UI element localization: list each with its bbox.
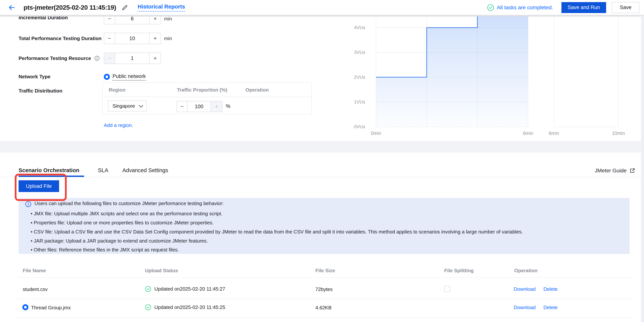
table-divider <box>15 318 633 318</box>
col-file-size: File Size <box>315 268 335 273</box>
col-upload-status: Upload Status <box>145 268 178 273</box>
task-status-text: All tasks are completed. <box>497 4 553 10</box>
page: pts-jmeter(2025-02-20 11:45:19) Historic… <box>0 0 644 322</box>
jmeter-guide-text: JMeter Guide <box>595 168 626 174</box>
y-tick-0vus: 0VUs <box>348 124 365 130</box>
y-tick-4vus: 4VUs <box>348 25 365 30</box>
file-name: student.csv <box>23 286 48 292</box>
public-network-radio[interactable] <box>104 74 110 80</box>
tabs-divider <box>0 177 641 177</box>
traffic-distribution-label: Traffic Distribution <box>18 88 62 94</box>
col-file-splitting: File Splitting <box>444 268 474 273</box>
table-divider <box>15 277 633 278</box>
back-button[interactable] <box>8 3 16 12</box>
incremental-duration-stepper: − 6 + <box>104 16 161 24</box>
region-select-value: Singapore <box>112 103 135 109</box>
incremental-duration-unit: min <box>164 16 172 21</box>
x-tick-steady-end: 10min <box>605 130 632 136</box>
upload-status-text: Updated on2025-02-20 11:45:25 <box>154 304 225 310</box>
upload-info-box: Users can upload the following files to … <box>18 198 630 254</box>
public-network-label[interactable]: Public network <box>112 73 146 81</box>
file-size: 72bytes <box>315 286 332 292</box>
incremental-duration-label: Incremental Duration <box>18 16 68 20</box>
success-check-icon <box>145 304 151 311</box>
upload-status-text: Updated on2025-02-20 11:45:27 <box>154 286 225 292</box>
success-check-icon <box>487 4 494 11</box>
y-tick-3vus: 3VUs <box>348 50 365 55</box>
tab-scenario-orchestration[interactable]: Scenario Orchestration <box>18 167 79 173</box>
pencil-icon <box>122 4 128 11</box>
col-operation: Operation <box>514 268 538 273</box>
add-region-link[interactable]: Add a region. <box>104 122 133 128</box>
proportion-value[interactable]: 100 <box>188 101 211 112</box>
table-divider <box>15 299 633 299</box>
back-arrow-icon <box>8 4 16 11</box>
edit-title-button[interactable] <box>121 4 128 11</box>
resource-value[interactable]: 1 <box>115 53 149 64</box>
file-splitting-checkbox[interactable] <box>444 286 450 292</box>
chevron-down-icon <box>139 103 144 108</box>
row-operations: Download Delete <box>514 286 564 292</box>
scenario-panel: Scenario Orchestration SLA Advanced Sett… <box>0 153 641 322</box>
operation-column-header: Operation <box>246 87 269 93</box>
info-icon[interactable] <box>94 56 100 62</box>
scrollbar[interactable] <box>641 16 644 322</box>
file-name: Thread Group.jmx <box>31 305 71 311</box>
test-config-panel: Incremental Duration − 6 + min Total Per… <box>0 16 641 141</box>
x-tick-steady-start: 6min <box>540 130 567 136</box>
download-link[interactable]: Download <box>514 305 536 310</box>
download-link[interactable]: Download <box>514 286 536 292</box>
info-bullet-properties: Properties file: Upload one or more prop… <box>31 220 214 226</box>
proportion-stepper: − 100 + <box>176 101 222 112</box>
total-duration-unit: min <box>164 35 172 41</box>
traffic-distribution-table: Region Traffic Proportion (%) Operation … <box>102 82 312 114</box>
incremental-duration-value[interactable]: 6 <box>115 16 149 24</box>
vu-area <box>376 16 528 127</box>
info-bullet-other: Other files: Reference these files in th… <box>31 247 179 253</box>
increase-button[interactable]: + <box>149 16 160 24</box>
total-duration-label: Total Performance Testing Duration <box>18 35 102 41</box>
info-bullet-csv: CSV file: Upload a CSV file and use the … <box>31 229 523 235</box>
delete-link[interactable]: Delete <box>544 305 558 310</box>
info-bullet-jar: JAR package: Upload a JAR package to ext… <box>31 238 208 244</box>
decrease-button[interactable]: − <box>177 101 188 112</box>
page-title: pts-jmeter(2025-02-20 11:45:19) <box>24 4 116 11</box>
success-check-icon <box>145 286 151 292</box>
tab-sla[interactable]: SLA <box>98 167 108 173</box>
active-tab-underline <box>18 175 84 177</box>
delete-link[interactable]: Delete <box>544 286 558 292</box>
resource-label: Performance Testing Resource <box>18 55 100 62</box>
resource-label-text: Performance Testing Resource <box>18 55 91 61</box>
row-operations: Download Delete <box>514 305 564 311</box>
y-tick-2vus: 2VUs <box>348 74 365 80</box>
network-type-label: Network Type <box>18 74 50 79</box>
total-duration-value[interactable]: 10 <box>115 33 149 44</box>
decrease-button[interactable]: − <box>104 16 115 24</box>
info-bullet-jmx: JMX file: Upload multiple JMX scripts an… <box>31 211 222 217</box>
traffic-table-header: Region Traffic Proportion (%) Operation <box>103 83 312 97</box>
jmeter-guide-link[interactable]: JMeter Guide <box>595 168 635 174</box>
decrease-button[interactable]: − <box>104 33 115 44</box>
script-select-radio[interactable] <box>22 304 28 310</box>
external-link-icon <box>629 168 635 174</box>
region-select[interactable]: Singapore <box>108 100 146 111</box>
proportion-column-header: Traffic Proportion (%) <box>177 87 227 93</box>
info-intro-text: Users can upload the following files to … <box>34 200 224 206</box>
decrease-button-disabled: − <box>104 53 115 64</box>
percent-unit: % <box>226 103 230 109</box>
vu-ramp-chart <box>368 16 640 141</box>
file-size: 4.62KB <box>315 305 332 311</box>
upload-file-button[interactable]: Upload File <box>18 180 59 192</box>
col-file-name: File Name <box>23 268 46 273</box>
increase-button-disabled: + <box>211 101 222 112</box>
increase-button[interactable]: + <box>149 33 160 44</box>
historical-reports-link[interactable]: Historical Reports <box>138 3 185 11</box>
header-bar: pts-jmeter(2025-02-20 11:45:19) Historic… <box>0 0 644 15</box>
save-button[interactable]: Save <box>612 2 640 13</box>
total-duration-stepper: − 10 + <box>104 33 161 44</box>
tab-advanced-settings[interactable]: Advanced Settings <box>122 167 168 173</box>
increase-button[interactable]: + <box>149 53 160 64</box>
save-and-run-button[interactable]: Save and Run <box>562 2 606 13</box>
info-icon <box>25 201 32 207</box>
resource-stepper: − 1 + <box>104 53 161 64</box>
